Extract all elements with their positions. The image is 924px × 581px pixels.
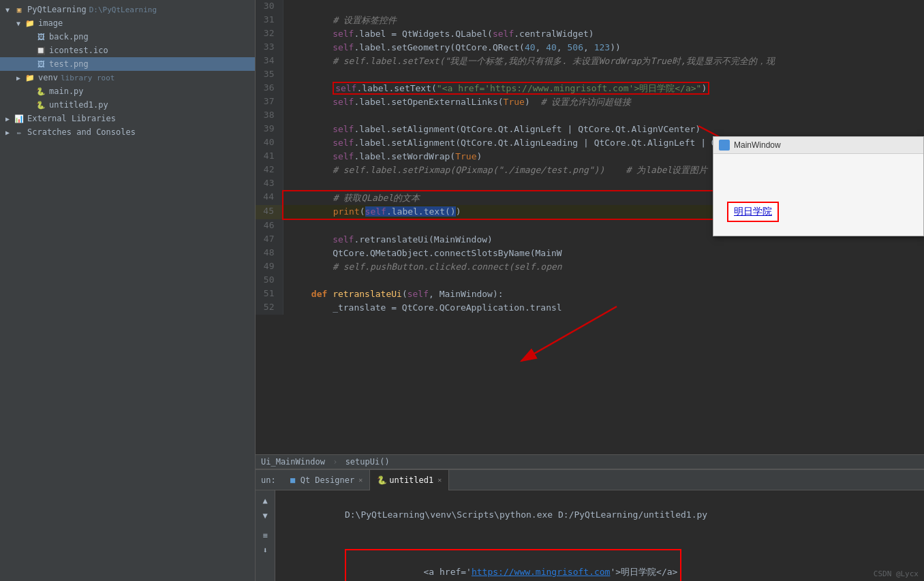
table-row: 33 self.label.setGeometry(QtCore.QRect(4… — [256, 41, 923, 54]
line-content: # self.pushButton.clicked.connect(self.o… — [283, 260, 923, 274]
scroll-up-button[interactable]: ▲ — [258, 494, 272, 507]
table-row: 48 QtCore.QMetaObject.connectSlotsByName… — [256, 247, 923, 260]
tab-close-button[interactable]: ✕ — [437, 476, 442, 484]
sidebar-item-project[interactable]: ▼ ▣ PyQtLearning D:\PyQtLearning — [0, 3, 255, 16]
popup-title: MainWindow — [734, 140, 781, 150]
line-number: 46 — [256, 219, 283, 233]
line-number: 48 — [256, 247, 283, 260]
console-pre: <a href=' — [424, 567, 472, 577]
scratches-icon: ✏️ — [14, 127, 25, 138]
chevron-down-icon: ▼ — [16, 20, 25, 27]
line-number: 35 — [256, 68, 283, 82]
breadcrumb: Ui_MainWindow › setupUi() — [256, 454, 924, 469]
tab-close-button[interactable]: ✕ — [358, 476, 363, 484]
py-tab-icon: 🐍 — [377, 475, 386, 485]
line-number: 40 — [256, 136, 283, 150]
filter-button[interactable]: ⬇ — [258, 544, 272, 557]
png-file-icon: 🖼 — [35, 31, 46, 42]
png-file-icon: 🖼 — [35, 59, 46, 69]
line-number: 39 — [256, 123, 283, 136]
popup-window-icon — [719, 140, 730, 151]
console-post: '>明日学院</a> — [610, 567, 677, 577]
console-link[interactable]: https://www.mingrisoft.com — [472, 567, 611, 577]
py-file-icon: 🐍 — [35, 99, 46, 110]
breadcrumb-method: setupUi() — [345, 457, 390, 467]
line-number: 31 — [256, 14, 283, 27]
sidebar-item-venv[interactable]: ▶ 📁 venv library root — [0, 71, 255, 84]
table-row: 38 — [256, 109, 923, 123]
chevron-down-icon: ▼ — [5, 6, 14, 14]
tab-label: untitled1 — [389, 475, 433, 485]
sidebar-item-external-libs[interactable]: ▶ 📊 External Libraries — [0, 112, 255, 125]
table-row: 39 self.label.setAlignment(QtCore.Qt.Ali… — [256, 123, 923, 136]
line-number: 41 — [256, 150, 283, 163]
scroll-down-button[interactable]: ▼ — [258, 509, 272, 522]
chevron-right-icon: ▶ — [5, 115, 14, 123]
folder-icon: 📁 — [25, 18, 35, 29]
line-number: 52 — [256, 301, 283, 315]
table-row: 37 self.label.setOpenExternalLinks(True)… — [256, 95, 923, 109]
line-number: 47 — [256, 233, 283, 247]
sidebar-item-icontest-ico[interactable]: ▶ 🔲 icontest.ico — [0, 44, 255, 57]
sidebar-item-scratches[interactable]: ▶ ✏️ Scratches and Consoles — [0, 125, 255, 139]
align-button[interactable]: ≡ — [258, 529, 272, 542]
run-label: un: — [261, 475, 281, 485]
watermark: CSDN @Lycx — [874, 569, 919, 578]
tab-untitled1[interactable]: 🐍 untitled1 ✕ — [370, 470, 449, 490]
table-row: 50 — [256, 274, 923, 287]
sidebar-item-back-png[interactable]: ▶ 🖼 back.png — [0, 30, 255, 44]
line-content: QtCore.QMetaObject.connectSlotsByName(Ma… — [283, 247, 923, 260]
table-row: 30 — [256, 0, 923, 14]
line-content — [283, 68, 923, 82]
line-number: 43 — [256, 177, 283, 191]
line-content: _translate = QtCore.QCoreApplication.tra… — [283, 301, 923, 315]
line-number: 32 — [256, 27, 283, 41]
tab-label: Qt Designer — [301, 475, 354, 485]
table-row: 34 # self.label.setText("我是一个标签,我的只有很多. … — [256, 54, 923, 68]
line-number: 45 — [256, 205, 283, 219]
line-content — [283, 0, 923, 14]
line-content: self.label.setOpenExternalLinks(True) # … — [283, 95, 923, 109]
lib-icon: 📊 — [14, 113, 25, 124]
bottom-panel: un: ■ Qt Designer ✕ 🐍 untitled1 ✕ ▲ — [256, 469, 924, 581]
table-row: 51 def retranslateUi(self, MainWindow): — [256, 287, 923, 301]
line-number: 51 — [256, 287, 283, 301]
console-output: D:\PyQtLearning\venv\Scripts\python.exe … — [275, 490, 924, 581]
tab-qt-designer[interactable]: ■ Qt Designer ✕ — [281, 470, 371, 490]
file-tree: ▼ ▣ PyQtLearning D:\PyQtLearning ▼ 📁 ima… — [0, 0, 255, 581]
table-row: 52 _translate = QtCore.QCoreApplication.… — [256, 301, 923, 315]
popup-link[interactable]: 明日学院 — [727, 202, 779, 222]
line-number: 50 — [256, 274, 283, 287]
py-file-icon: 🐍 — [35, 86, 46, 97]
line-number: 42 — [256, 163, 283, 177]
console-line-1: D:\PyQtLearning\venv\Scripts\python.exe … — [281, 494, 919, 535]
line-content: def retranslateUi(self, MainWindow): — [283, 287, 923, 301]
sidebar-item-untitled1-py[interactable]: ▶ 🐍 untitled1.py — [0, 98, 255, 112]
sidebar-item-image-folder[interactable]: ▼ 📁 image — [0, 16, 255, 30]
qt-designer-icon: ■ — [288, 475, 298, 485]
line-number: 30 — [256, 0, 283, 14]
folder-icon: 📁 — [25, 72, 35, 83]
ico-file-icon: 🔲 — [35, 45, 46, 56]
line-content: self.label.setText("<a href='https://www… — [283, 82, 923, 95]
sidebar-item-main-py[interactable]: ▶ 🐍 main.py — [0, 84, 255, 98]
console-content: ▲ ▼ ≡ ⬇ D:\PyQtLearning\venv\Scripts\pyt… — [256, 490, 924, 581]
line-number: 44 — [256, 191, 283, 205]
breadcrumb-class: Ui_MainWindow — [261, 457, 325, 467]
table-row: 35 — [256, 68, 923, 82]
line-number: 36 — [256, 82, 283, 95]
line-content: # 设置标签控件 — [283, 14, 923, 27]
table-row: 36 self.label.setText("<a href='https://… — [256, 82, 923, 95]
line-number: 33 — [256, 41, 283, 54]
popup-body: 明日学院 — [713, 154, 923, 236]
console-path: D:\PyQtLearning\venv\Scripts\python.exe … — [345, 509, 707, 520]
project-icon: ▣ — [14, 4, 25, 15]
line-content: self.label = QtWidgets.QLabel(self.centr… — [283, 27, 923, 41]
console-controls: ▲ ▼ ≡ ⬇ — [256, 490, 275, 581]
line-content: # self.label.setText("我是一个标签,我的只有很多. 未设置… — [283, 54, 923, 68]
line-number: 37 — [256, 95, 283, 109]
line-number: 34 — [256, 54, 283, 68]
line-content: self.label.setAlignment(QtCore.Qt.AlignL… — [283, 123, 923, 136]
sidebar-item-test-png[interactable]: ▶ 🖼 test.png — [0, 57, 255, 71]
popup-window: MainWindow 明日学院 — [713, 136, 924, 236]
